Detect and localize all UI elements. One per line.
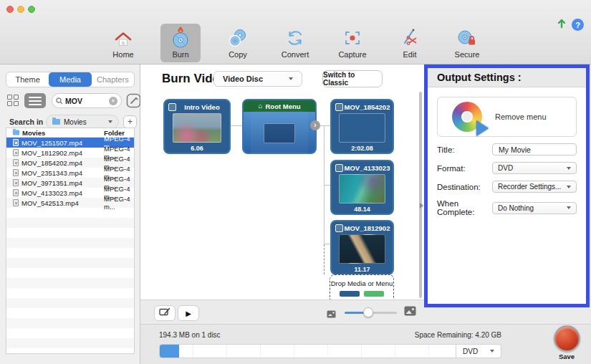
large-thumbnail-icon bbox=[404, 306, 416, 319]
search-in-dropdown[interactable]: Movies bbox=[46, 115, 119, 129]
edit-icon bbox=[390, 24, 430, 48]
file-rows: MOV_1251507.mp4 MPEG-4 m... MOV_1812902.… bbox=[6, 138, 134, 353]
toolbar-item-convert[interactable]: Convert bbox=[275, 24, 315, 62]
capture-icon bbox=[332, 24, 373, 48]
video-thumbnail bbox=[339, 234, 385, 264]
video-file-icon bbox=[13, 179, 19, 186]
menu-theme-box[interactable]: Remove menu bbox=[437, 97, 577, 137]
panel-title: Output Settings : bbox=[428, 68, 586, 87]
tab-theme[interactable]: Theme bbox=[6, 72, 49, 87]
add-menu-button[interactable] bbox=[364, 291, 384, 297]
remove-menu-label[interactable]: Remove menu bbox=[495, 112, 547, 121]
disc-usage-text: 194.3 MB on 1 disc bbox=[159, 331, 221, 339]
output-settings-panel: Output Settings : Remove menu Title: For… bbox=[424, 64, 590, 307]
disc-format-dropdown[interactable]: DVD bbox=[456, 344, 501, 358]
movie-title-input[interactable] bbox=[492, 143, 577, 155]
app-window: Home Burn bbox=[0, 0, 591, 364]
home-menu-icon: ⌂ bbox=[258, 102, 262, 110]
video-node[interactable]: MOV_4133023 48.14 bbox=[330, 160, 394, 215]
root-menu-preview bbox=[264, 123, 295, 143]
list-view-icon[interactable] bbox=[24, 93, 46, 108]
close-window-button[interactable] bbox=[6, 6, 14, 13]
destination-dropdown[interactable]: Recorder Settings... bbox=[492, 181, 577, 193]
disc-usage-fill bbox=[160, 345, 179, 358]
video-file-icon bbox=[13, 169, 19, 176]
chevron-down-icon bbox=[490, 350, 494, 353]
clear-search-icon[interactable]: ✕ bbox=[109, 97, 117, 105]
connector-line bbox=[324, 125, 330, 126]
file-row[interactable]: MOV_542513.mp4 MPEG-4 m... bbox=[6, 198, 134, 208]
toolbar-item-burn[interactable]: Burn bbox=[160, 24, 201, 62]
copy-icon bbox=[218, 24, 258, 48]
node-checkbox[interactable] bbox=[168, 103, 176, 111]
connector-line-dashed bbox=[324, 244, 325, 274]
toolbar-item-copy[interactable]: Copy bbox=[218, 24, 258, 62]
minimize-window-button[interactable] bbox=[17, 6, 24, 13]
disc-capacity-bar bbox=[159, 344, 501, 358]
chevron-down-icon bbox=[567, 186, 571, 188]
grid-view-icon[interactable] bbox=[7, 95, 20, 107]
toolbar-item-home[interactable]: Home bbox=[103, 24, 143, 62]
convert-icon bbox=[275, 24, 315, 48]
disc-type-dropdown[interactable]: Video Disc bbox=[213, 71, 302, 87]
switch-to-classic-button[interactable]: Switch to Classic bbox=[322, 70, 383, 87]
destination-field-label: Destination: bbox=[437, 183, 492, 191]
space-remaining-text: Space Remaining: 4.20 GB bbox=[415, 331, 501, 339]
video-file-icon bbox=[13, 159, 19, 166]
node-checkbox[interactable] bbox=[335, 164, 343, 172]
help-icon[interactable]: ? bbox=[572, 19, 584, 31]
project-canvas: Burn Videos Video Disc Switch to Classic… bbox=[140, 64, 424, 300]
play-overlay-icon bbox=[476, 120, 489, 136]
node-checkbox[interactable] bbox=[335, 224, 343, 232]
search-icon bbox=[56, 95, 63, 107]
video-file-icon bbox=[13, 199, 19, 206]
thumbnail-size-slider-thumb[interactable] bbox=[363, 307, 373, 317]
format-field-label: Format: bbox=[437, 164, 492, 173]
menu-edit-icon bbox=[159, 307, 170, 320]
video-file-icon bbox=[13, 149, 19, 156]
node-connector-handle[interactable]: › bbox=[310, 120, 320, 130]
video-node[interactable]: MOV_1854202 2:02.08 bbox=[330, 99, 394, 154]
canvas-scrollbar[interactable] bbox=[419, 92, 422, 298]
preview-play-button[interactable]: ▶ bbox=[178, 305, 199, 321]
search-in-label: Search in bbox=[9, 118, 43, 126]
intro-video-node[interactable]: Intro Video 6.06 bbox=[163, 99, 231, 154]
toolbar: Home Burn bbox=[0, 0, 591, 64]
disc-menu-icon bbox=[452, 102, 482, 132]
root-menu-node[interactable]: ⌂ Root Menu bbox=[242, 99, 317, 154]
save-button[interactable] bbox=[554, 325, 580, 352]
add-media-button[interactable] bbox=[340, 291, 360, 297]
search-input[interactable] bbox=[65, 97, 102, 105]
compose-icon[interactable] bbox=[126, 93, 141, 108]
chevron-down-icon bbox=[567, 167, 571, 170]
toolbar-item-capture[interactable]: Capture bbox=[332, 24, 373, 62]
status-bar: 194.3 MB on 1 disc Space Remaining: 4.20… bbox=[140, 324, 591, 364]
format-dropdown[interactable]: DVD bbox=[492, 162, 577, 174]
video-thumbnail bbox=[339, 113, 385, 143]
toolbar-item-secure[interactable]: Secure bbox=[447, 24, 487, 62]
file-list: Movies Folder MOV_1251507.mp4 MPEG-4 m..… bbox=[6, 128, 135, 354]
chevron-down-icon bbox=[108, 120, 112, 123]
save-button-label: Save bbox=[551, 353, 582, 360]
drop-zone[interactable]: Drop Media or Menu bbox=[330, 274, 394, 300]
chevron-down-icon bbox=[567, 206, 571, 209]
tab-chapters[interactable]: Chapters bbox=[92, 72, 134, 87]
search-field[interactable]: ✕ bbox=[52, 93, 122, 108]
play-icon: ▶ bbox=[186, 310, 191, 317]
node-checkbox[interactable] bbox=[335, 103, 343, 111]
edit-menu-button[interactable] bbox=[154, 305, 176, 321]
video-node[interactable]: MOV_1812902 11.17 bbox=[330, 220, 394, 275]
folder-icon bbox=[13, 130, 19, 135]
sidebar-tab-bar: Theme Media Chapters bbox=[6, 72, 135, 87]
folder-icon bbox=[52, 119, 60, 125]
update-arrow-icon[interactable] bbox=[556, 17, 567, 32]
add-location-button[interactable]: + bbox=[123, 115, 137, 128]
tab-media[interactable]: Media bbox=[49, 72, 91, 87]
connector-line bbox=[231, 125, 242, 126]
when-complete-dropdown[interactable]: Do Nothing bbox=[492, 202, 577, 214]
panel-collapse-arrow-icon[interactable] bbox=[420, 203, 423, 209]
zoom-window-button[interactable] bbox=[28, 6, 35, 13]
video-file-icon bbox=[13, 189, 19, 196]
toolbar-item-edit[interactable]: Edit bbox=[390, 24, 430, 62]
when-complete-field-label: When Complete: bbox=[437, 199, 492, 216]
